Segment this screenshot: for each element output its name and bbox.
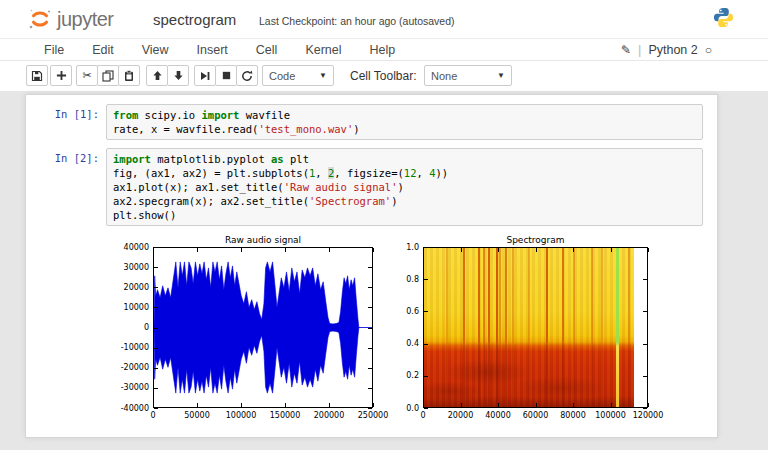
code-token-pl: ) — [353, 123, 359, 135]
y-tick-mark — [154, 408, 158, 409]
code-token-pl: plt.show() — [113, 209, 176, 221]
paste-cell-button[interactable] — [118, 65, 140, 86]
cells: In [1]:from scipy.io import wavfilerate,… — [26, 104, 717, 226]
code-token-pl: , figsize=( — [334, 167, 404, 179]
code-cell-1: In [1]:from scipy.io import wavfilerate,… — [26, 104, 703, 140]
y-tick-mark — [368, 368, 372, 369]
y-tick-mark — [424, 408, 428, 409]
add-cell-button[interactable] — [50, 65, 72, 86]
menu-item-kernel[interactable]: Kernel — [291, 43, 355, 57]
x-tick-mark — [611, 403, 612, 407]
copy-cell-button[interactable] — [97, 65, 119, 86]
y-tick-mark — [368, 307, 372, 308]
y-tick-label: 40000 — [105, 243, 149, 252]
menu-item-cell[interactable]: Cell — [242, 43, 292, 57]
copy-icon — [102, 70, 114, 82]
menu-item-edit[interactable]: Edit — [78, 43, 128, 57]
spectrogram-streak — [546, 248, 548, 407]
restart-kernel-button[interactable] — [236, 65, 258, 86]
save-group — [26, 65, 48, 86]
x-tick-label: 50000 — [175, 411, 219, 420]
step-forward-icon — [199, 70, 211, 82]
x-tick-mark — [461, 403, 462, 407]
y-tick-label: -10000 — [105, 343, 149, 352]
move-group — [146, 65, 189, 86]
arrow-up-icon — [152, 70, 163, 81]
code-input[interactable]: import matplotlib.pyplot as pltfig, (ax1… — [106, 148, 703, 226]
menu-items: FileEditViewInsertCellKernelHelp — [30, 39, 409, 60]
spectrogram-streak — [446, 248, 448, 407]
y-tick-mark — [424, 344, 428, 345]
y-tick-label: 0.8 — [375, 275, 419, 284]
code-line: import matplotlib.pyplot as plt — [113, 152, 696, 166]
cell-type-select[interactable]: Code ▼ — [262, 65, 334, 86]
code-line: plt.show() — [113, 208, 696, 222]
jupyter-logo[interactable]: jupyter — [27, 6, 114, 32]
spectrogram-streak — [496, 248, 498, 407]
x-tick-mark — [536, 248, 537, 252]
spectrogram-streak — [601, 248, 603, 407]
jupyter-wordmark: jupyter — [57, 8, 114, 31]
y-tick-label: 0 — [105, 323, 149, 332]
code-token-str: 'test_mono.wav' — [258, 123, 353, 135]
cell-toolbar-label: Cell Toolbar: — [350, 69, 416, 83]
cut-cell-button[interactable]: ✂ — [76, 65, 98, 86]
edit-group: ✂ — [76, 65, 140, 86]
run-cell-button[interactable] — [194, 65, 216, 86]
spectrogram-streak — [505, 248, 507, 407]
x-tick-label: 0 — [131, 411, 175, 420]
y-tick-mark — [154, 388, 158, 389]
y-tick-mark — [643, 247, 647, 248]
menu-item-help[interactable]: Help — [356, 43, 410, 57]
y-tick-label: 1.0 — [375, 243, 419, 252]
spectrogram-streak — [573, 248, 575, 407]
menu-item-file[interactable]: File — [30, 43, 78, 57]
edit-mode-pencil-icon: ✎ — [621, 43, 631, 57]
plot-title: Spectrogram — [423, 235, 648, 245]
x-tick-mark — [498, 403, 499, 407]
code-line: rate, x = wavfile.read('test_mono.wav') — [113, 122, 696, 136]
kernel-cluster: ✎ | Python 2 ○ — [621, 39, 712, 60]
y-tick-mark — [368, 247, 372, 248]
y-tick-mark — [424, 376, 428, 377]
toolbar: ✂ — [0, 61, 768, 91]
code-token-pl: scipy.io — [138, 109, 201, 121]
waveform-plot-box — [153, 247, 373, 408]
code-token-pl: matplotlib.pyplot — [151, 153, 271, 165]
interrupt-kernel-button[interactable] — [215, 65, 237, 86]
x-tick-mark — [329, 403, 330, 407]
menu-item-view[interactable]: View — [128, 43, 183, 57]
y-tick-mark — [424, 311, 428, 312]
jupyter-notebook-app: jupyter spectrogram Last Checkpoint: an … — [0, 0, 768, 450]
spectrogram-streak — [463, 248, 465, 407]
spectrogram-streak — [628, 248, 630, 407]
notebook-title[interactable]: spectrogram — [153, 11, 236, 28]
x-tick-mark — [285, 403, 286, 407]
save-button[interactable] — [26, 65, 48, 86]
code-input[interactable]: from scipy.io import wavfilerate, x = wa… — [106, 104, 703, 140]
y-tick-mark — [368, 408, 372, 409]
spectrogram-streak — [488, 248, 490, 407]
x-tick-mark — [153, 248, 154, 252]
code-token-pl: ) — [391, 195, 397, 207]
y-tick-mark — [154, 267, 158, 268]
y-tick-mark — [643, 376, 647, 377]
y-tick-label: 30000 — [105, 263, 149, 272]
kernel-name: Python 2 — [648, 43, 697, 57]
y-tick-mark — [424, 279, 428, 280]
checkpoint-status: Last Checkpoint: an hour ago (autosaved) — [259, 15, 455, 27]
kernel-idle-icon: ○ — [705, 43, 712, 57]
waveform-chart — [154, 248, 372, 407]
cell-prompt: In [1]: — [26, 104, 106, 140]
x-tick-mark — [536, 403, 537, 407]
spectrogram-accent-line — [616, 248, 619, 407]
cell-output-area[interactable]: Raw audio signal-40000-30000-20000-10000… — [26, 234, 717, 434]
x-tick-mark — [573, 248, 574, 252]
y-tick-label: -20000 — [105, 363, 149, 372]
move-cell-down-button[interactable] — [167, 65, 189, 86]
move-cell-up-button[interactable] — [146, 65, 168, 86]
insert-group — [50, 65, 72, 86]
code-token-kw: import — [113, 153, 151, 165]
menu-item-insert[interactable]: Insert — [183, 43, 242, 57]
cell-toolbar-select[interactable]: None ▼ — [424, 65, 512, 86]
